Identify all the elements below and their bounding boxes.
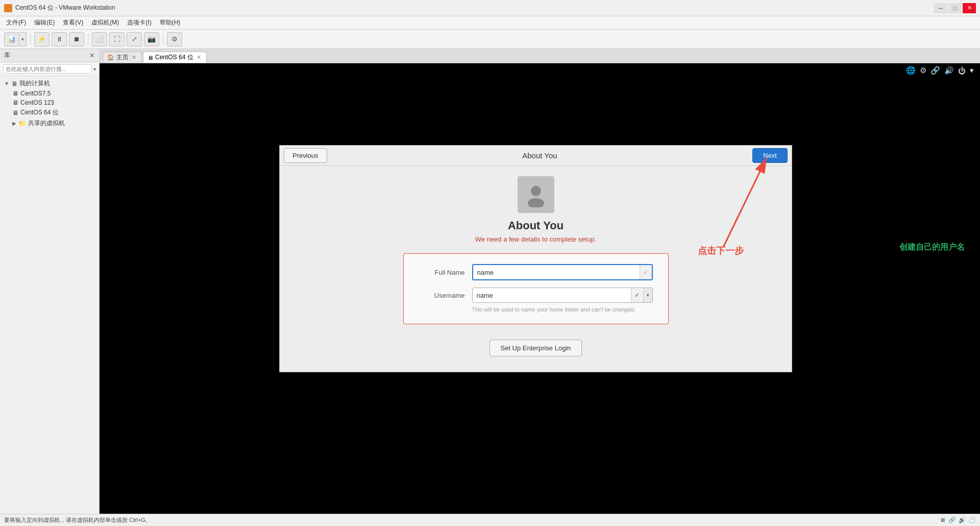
fullname-check-icon: ✓ (640, 265, 652, 279)
fullname-label: Full Name (419, 269, 465, 276)
create-username-annotation: 创建自己的用户名 (899, 242, 965, 253)
menubar: 文件(F) 编辑(E) 查看(V) 虚拟机(M) 选项卡(I) 帮助(H) (0, 16, 980, 30)
toolbar-stop-btn[interactable]: ⏹ (69, 32, 84, 46)
power-dropdown-icon[interactable]: ▾ (970, 66, 974, 75)
sidebar-tree-group: 🖥 CentOS7.5 🖥 CentOS 123 🖥 CentOS 64 位 ▶… (8, 89, 99, 129)
close-button[interactable]: ✕ (963, 3, 976, 13)
toolbar-sep1 (30, 34, 31, 45)
username-input-wrapper: ✓ ▾ (472, 288, 653, 303)
sidebar-item-centos64[interactable]: 🖥 CentOS 64 位 (8, 107, 99, 118)
sidebar-item-shared[interactable]: ▶ 📁 共享的虚拟机 (8, 118, 99, 129)
toolbar-stretch-btn[interactable]: ⤢ (127, 32, 142, 46)
fullname-input-wrapper: ✓ (472, 264, 653, 280)
sidebar-search-dropdown[interactable]: ▾ (93, 66, 96, 72)
installer-header: Previous About You Next (280, 146, 792, 166)
toolbar-fit-btn[interactable]: ⬜ (92, 32, 107, 46)
sidebar-label-centos64: CentOS 64 位 (20, 108, 59, 117)
menu-edit[interactable]: 编辑(E) (30, 17, 59, 28)
sidebar-tree: ▼ 🖥 我的计算机 🖥 CentOS7.5 🖥 CentOS 123 🖥 Cen… (0, 76, 99, 514)
previous-button[interactable]: Previous (284, 148, 327, 163)
toolbar-chart-dropdown[interactable]: ▾ (19, 32, 27, 46)
tray-icon-3: 🔊 (959, 517, 966, 523)
tab-centos64-label: CentOS 64 位 (155, 53, 193, 62)
sidebar-search-input[interactable] (3, 64, 92, 74)
installer-title: About You (522, 151, 557, 160)
user-avatar[interactable] (518, 176, 554, 213)
toolbar-fullscreen-btn[interactable]: ⛶ (109, 32, 125, 46)
username-hint: This will be used to name your home fold… (472, 306, 653, 314)
window-controls: ─ □ ✕ (934, 3, 976, 13)
toolbar-chart-btn[interactable]: 📊 (4, 32, 19, 46)
power-icon[interactable]: ⏻ (958, 66, 966, 75)
menu-vm[interactable]: 虚拟机(M) (87, 17, 123, 28)
menu-view[interactable]: 查看(V) (59, 17, 87, 28)
vm-icon-1: 🖥 (12, 90, 18, 97)
vm-viewport[interactable]: 🌐 ⚙ 🔗 🔊 ⏻ ▾ Previous About You Next (100, 63, 980, 514)
toolbar-sep2 (88, 34, 88, 45)
titlebar: CentOS 64 位 - VMware Workstation ─ □ ✕ (0, 0, 980, 16)
computer-icon: 🖥 (11, 80, 17, 87)
tab-centos64-close[interactable]: ✕ (197, 54, 201, 61)
avatar-icon (523, 182, 549, 207)
sidebar-label-mycomputer: 我的计算机 (19, 79, 50, 88)
vm-tab-icon: 🖥 (148, 55, 153, 61)
settings-icon[interactable]: ⚙ (920, 66, 926, 75)
expand-arrow: ▼ (4, 81, 9, 86)
toolbar-3d-btn[interactable]: 📷 (144, 32, 159, 46)
maximize-button[interactable]: □ (948, 3, 962, 13)
minimize-button[interactable]: ─ (934, 3, 947, 13)
window-title: CentOS 64 位 - VMware Workstation (15, 4, 934, 12)
sidebar-label-centos123: CentOS 123 (20, 99, 54, 106)
sidebar-item-centos75[interactable]: 🖥 CentOS7.5 (8, 89, 99, 98)
tab-bar: 🏠 主页 ✕ 🖥 CentOS 64 位 ✕ (100, 49, 980, 63)
app-icon (4, 4, 12, 12)
toolbar-sep3 (163, 34, 163, 45)
menu-tabs[interactable]: 选项卡(I) (123, 17, 155, 28)
network-icon[interactable]: 🌐 (906, 66, 916, 75)
toolbar-power-btn[interactable]: ⚡ (34, 32, 50, 46)
installer-window: Previous About You Next About You We nee… (279, 145, 792, 372)
sidebar-item-centos123[interactable]: 🖥 CentOS 123 (8, 98, 99, 107)
form-box: Full Name ✓ Username ✓ (403, 253, 669, 324)
sidebar-item-mycomputer[interactable]: ▼ 🖥 我的计算机 (0, 78, 99, 89)
statusbar: 要将输入定向到虚拟机，请在虚拟机内部单击或按 Ctrl+G。 🖥 🔗 🔊 🕐 (0, 514, 980, 526)
sidebar-title: 库 (4, 51, 89, 60)
username-dropdown-icon[interactable]: ▾ (643, 288, 652, 302)
toolbar-pause-btn[interactable]: ⏸ (52, 32, 67, 46)
sidebar-close-button[interactable]: ✕ (89, 52, 95, 59)
username-input[interactable] (473, 289, 631, 302)
tab-home[interactable]: 🏠 主页 ✕ (103, 52, 142, 63)
svg-point-0 (531, 186, 541, 196)
tray-icon-4: 🕐 (969, 517, 976, 523)
sidebar-header: 库 ✕ (0, 49, 99, 62)
tray-icon-2: 🔗 (948, 517, 955, 523)
toolbar: 📊 ▾ ⚡ ⏸ ⏹ ⬜ ⛶ ⤢ 📷 ⚙ (0, 30, 980, 49)
svg-point-1 (528, 198, 544, 207)
tab-home-close[interactable]: ✕ (132, 54, 136, 61)
tab-centos64[interactable]: 🖥 CentOS 64 位 ✕ (143, 52, 207, 63)
sidebar-label-shared: 共享的虚拟机 (28, 119, 65, 128)
content-area: 🏠 主页 ✕ 🖥 CentOS 64 位 ✕ 🌐 ⚙ 🔗 🔊 ⏻ ▾ (100, 49, 980, 514)
menu-file[interactable]: 文件(F) (2, 17, 30, 28)
toolbar-settings-btn[interactable]: ⚙ (167, 32, 182, 46)
statusbar-text: 要将输入定向到虚拟机，请在虚拟机内部单击或按 Ctrl+G。 (4, 516, 940, 524)
audio-icon[interactable]: 🔊 (944, 66, 954, 75)
username-label: Username (419, 292, 465, 299)
statusbar-icons: 🖥 🔗 🔊 🕐 (940, 517, 976, 523)
fullname-input[interactable] (473, 266, 640, 279)
fullname-row: Full Name ✓ (419, 264, 653, 280)
vm-icon-3: 🖥 (12, 109, 18, 116)
main-area: 库 ✕ ▾ ▼ 🖥 我的计算机 🖥 CentOS7.5 🖥 CentOS 123 (0, 49, 980, 514)
vm-status-bar: 🌐 ⚙ 🔗 🔊 ⏻ ▾ (900, 66, 980, 75)
enterprise-login-button[interactable]: Set Up Enterprise Login (489, 340, 581, 356)
sidebar-label-centos75: CentOS7.5 (20, 90, 51, 97)
username-row: Username ✓ ▾ (419, 288, 653, 303)
username-check-icon: ✓ (631, 288, 643, 302)
about-you-title: About You (508, 219, 564, 232)
tray-icon-1: 🖥 (940, 517, 945, 523)
network2-icon[interactable]: 🔗 (930, 66, 940, 75)
next-button[interactable]: Next (752, 148, 788, 163)
sidebar-search-area: ▾ (0, 62, 99, 76)
home-icon: 🏠 (107, 54, 114, 61)
menu-help[interactable]: 帮助(H) (156, 17, 185, 28)
